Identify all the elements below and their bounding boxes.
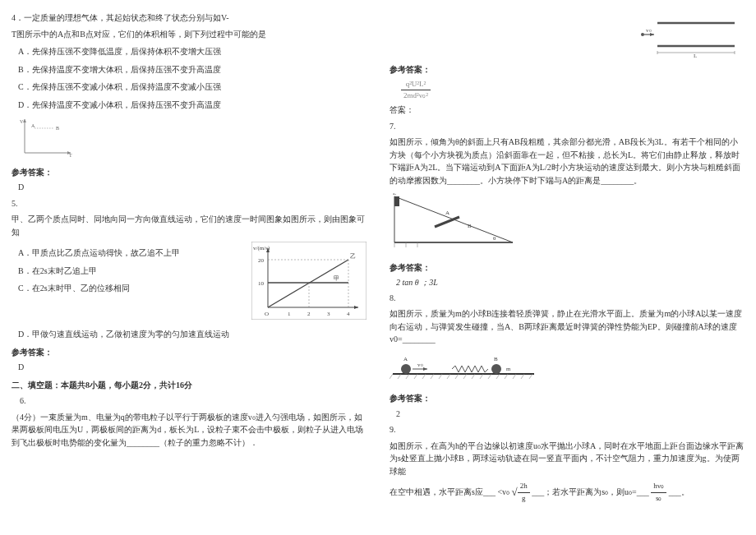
q6-answer-formula: q²U²L² 2md²v₀² [401, 79, 744, 103]
svg-text:10: 10 [258, 280, 265, 287]
q8-stem: 如图所示，质量为m的小球B连接着轻质弹簧，静止在光滑水平面上。质量为m的小球A以… [390, 307, 744, 346]
q9-cond1-pre: <v₀ [497, 487, 509, 496]
q9-frac2-num: hv₀ [651, 481, 666, 493]
svg-text:v/(m/s): v/(m/s) [253, 245, 270, 251]
svg-text:A: A [31, 123, 35, 128]
svg-text:B: B [56, 126, 59, 131]
q8-answer: 2 [396, 408, 744, 421]
q6-answer-prefix: 答案： [390, 104, 744, 117]
svg-text:乙: 乙 [350, 253, 356, 260]
svg-text:B: B [468, 223, 472, 229]
svg-text:20: 20 [258, 257, 265, 264]
svg-marker-12 [354, 306, 358, 309]
q4-vt-graph: V T A B [18, 116, 366, 161]
q4-answer-label: 参考答案： [12, 166, 366, 179]
q9-blank3: ___。 [669, 487, 689, 496]
svg-rect-42 [394, 196, 399, 206]
svg-marker-3 [23, 119, 26, 122]
q7-stem: 如图所示，倾角为θ的斜面上只有AB段粗糙，其余部分都光滑，AB段长为3L。有若干… [390, 136, 744, 187]
svg-text:m: m [396, 367, 400, 371]
q9-conditions: 在空中相遇，水平距离s应___ <v₀ √ 2h g ___；若水平距离为s₀，… [390, 481, 744, 505]
q8-spring-diagram: A v₀ B m m [390, 351, 744, 388]
svg-text:v₀: v₀ [646, 27, 652, 34]
q6-capacitor-diagram: v₀ L [390, 13, 744, 58]
svg-text:甲: 甲 [334, 275, 339, 282]
svg-text:O: O [265, 311, 269, 317]
svg-text:V: V [20, 119, 24, 124]
svg-text:A: A [445, 210, 449, 216]
q4-answer: D [18, 181, 366, 194]
svg-point-32 [641, 33, 644, 36]
q6-stem: （4分）一束质量为m、电量为q的带电粒子以平行于两极板的速度v₀进入匀强电场，如… [12, 411, 366, 450]
svg-text:3: 3 [327, 311, 330, 317]
q4-option-c: C．先保持压强不变减小体积，后保持温度不变减小压强 [18, 81, 366, 94]
q6-frac-den: 2md²v₀² [401, 90, 431, 102]
svg-text:T: T [69, 153, 72, 157]
svg-rect-9 [251, 242, 366, 320]
svg-marker-74 [423, 367, 427, 371]
q8-answer-label: 参考答案： [390, 392, 744, 405]
q9-stem: 如图所示，在高为h的平台边缘以初速度u₀水平抛出小球A，同时在水平地面上距台面边… [390, 440, 744, 478]
svg-line-52 [390, 374, 393, 379]
q5-velocity-graph: v/(m/s) O 1 2 3 4 10 20 甲 乙 A．甲质点比乙质点运动得… [12, 242, 366, 323]
svg-point-70 [401, 364, 411, 374]
svg-text:L: L [694, 53, 697, 58]
q4-stem-1: 4．一定质量的理想气体，其起始状态和终了状态分别与如V- [12, 12, 366, 25]
svg-line-44 [435, 217, 459, 227]
q5-option-d: D．甲做匀速直线运动，乙做初速度为零的匀加速直线运动 [18, 328, 366, 341]
left-column: 4．一定质量的理想气体，其起始状态和终了状态分别与如V- T图所示中的A点和B点… [0, 0, 378, 535]
q9-frac1-num: 2h [518, 481, 530, 493]
q6-number: 6. [12, 394, 366, 408]
q6-frac-num: q²U²L² [401, 79, 431, 91]
q7-answer: 2 tan θ ；3L [396, 276, 744, 289]
q7-number: 7. [390, 120, 744, 133]
svg-text:4: 4 [347, 311, 350, 317]
q8-num: 8. [390, 292, 744, 305]
q4-option-d: D．先保持温度不变减小体积，后保持压强不变升高温度 [18, 99, 366, 112]
svg-point-75 [491, 364, 501, 374]
svg-text:L: L [393, 193, 396, 196]
q9-blank1: 在空中相遇，水平距离s应___ [390, 487, 496, 496]
q5-answer: D [18, 361, 366, 374]
q5-number: 5. [12, 197, 366, 210]
svg-text:A: A [403, 356, 408, 362]
svg-line-24 [268, 260, 348, 307]
q4-option-b: B．先保持温度不变增大体积，后保持压强不变升高温度 [18, 63, 366, 76]
svg-text:m: m [506, 366, 511, 372]
svg-text:1: 1 [288, 311, 291, 317]
svg-text:v₀: v₀ [417, 362, 423, 368]
q9-blank2: ___；若水平距离为s₀，则u₀=___ [532, 487, 649, 496]
q4-stem-2: T图所示中的A点和B点对应，它们的体积相等，则下列过程中可能的是 [12, 28, 366, 41]
section-2-header: 二、填空题：本题共8小题，每小题2分，共计16分 [12, 379, 366, 392]
q9-number: 9. [390, 423, 744, 436]
svg-text:2: 2 [307, 311, 311, 317]
q9-frac2-den: s₀ [651, 493, 666, 505]
right-column: v₀ L 参考答案： q²U²L² 2md²v₀² 答案： 7. 如图所示，倾角… [378, 0, 756, 535]
q4-option-a: A．先保持压强不变降低温度，后保持体积不变增大压强 [18, 45, 366, 58]
svg-text:B: B [494, 356, 498, 362]
q7-answer-label: 参考答案： [390, 261, 744, 274]
q9-frac1-den: g [518, 493, 530, 505]
q6-answer-label: 参考答案： [390, 63, 744, 76]
q7-incline-diagram: L A B θ [390, 191, 744, 256]
q5-stem: 甲、乙两个质点同时、同地向同一方向做直线运动，它们的速度一时间图象如图所示，则由… [12, 213, 366, 238]
q5-answer-label: 参考答案： [12, 346, 366, 359]
